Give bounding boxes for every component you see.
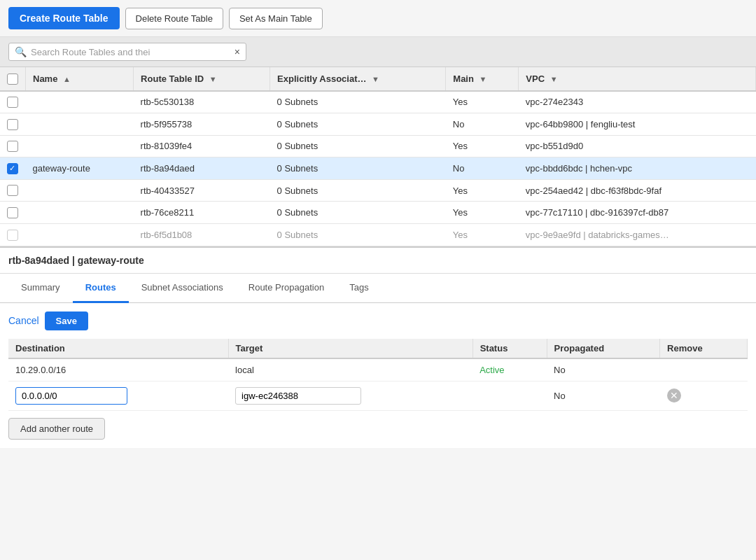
row-checkbox[interactable] xyxy=(7,207,18,218)
create-route-table-button[interactable]: Create Route Table xyxy=(8,7,120,29)
row-explicitly-associated: 0 Subnets xyxy=(270,223,446,246)
table-row[interactable]: rtb-6f5d1b08 0 Subnets Yes vpc-9e9ae9fd … xyxy=(0,223,756,246)
detail-title: rtb-8a94daed | gateway-route xyxy=(8,255,144,266)
table-row[interactable]: gateway-route rtb-8a94daed 0 Subnets No … xyxy=(0,158,756,180)
col-status: Status xyxy=(472,339,547,358)
target-input[interactable] xyxy=(235,387,361,405)
row-vpc: vpc-77c17110 | dbc-916397cf-db87 xyxy=(519,202,756,224)
delete-route-table-button[interactable]: Delete Route Table xyxy=(125,8,223,29)
route-status: Active xyxy=(472,358,547,382)
tabs-bar: Summary Routes Subnet Associations Route… xyxy=(0,274,756,303)
search-icon: 🔍 xyxy=(15,46,27,57)
row-route-table-id: rtb-5f955738 xyxy=(134,113,270,136)
tab-routes[interactable]: Routes xyxy=(73,274,129,303)
route-target: local xyxy=(228,358,472,382)
route-propagated: No xyxy=(547,381,659,410)
row-name xyxy=(26,202,134,224)
row-route-table-id: rtb-76ce8211 xyxy=(134,202,270,224)
remove-route-button[interactable]: ✕ xyxy=(667,388,681,402)
route-destination: 10.29.0.0/16 xyxy=(8,358,228,382)
route-propagated: No xyxy=(547,358,659,382)
col-destination: Destination xyxy=(8,339,228,358)
row-checkbox-cell[interactable] xyxy=(0,135,26,158)
row-vpc: vpc-254aed42 | dbc-f63f8bdc-9faf xyxy=(519,179,756,202)
row-name xyxy=(26,91,134,113)
table-header-row: Name ▲ Route Table ID ▼ Explicitly Assoc… xyxy=(0,67,756,91)
col-explicitly-associated[interactable]: Explicitly Associat… ▼ xyxy=(270,67,446,91)
routes-panel: Cancel Save Destination Target Status Pr… xyxy=(0,303,756,448)
tab-route-propagation[interactable]: Route Propagation xyxy=(236,274,337,303)
cancel-button[interactable]: Cancel xyxy=(8,312,39,330)
row-checkbox-cell[interactable] xyxy=(0,91,26,113)
row-checkbox-cell[interactable] xyxy=(0,223,26,246)
table-row[interactable]: rtb-5f955738 0 Subnets No vpc-64bb9800 |… xyxy=(0,113,756,136)
table-row[interactable]: rtb-81039fe4 0 Subnets Yes vpc-b551d9d0 xyxy=(0,135,756,158)
row-main: No xyxy=(446,113,519,136)
row-checkbox-cell[interactable] xyxy=(0,202,26,224)
search-clear-button[interactable]: × xyxy=(234,46,240,57)
row-checkbox[interactable] xyxy=(7,185,18,196)
route-tables-table: Name ▲ Route Table ID ▼ Explicitly Assoc… xyxy=(0,67,756,246)
select-all-checkbox[interactable] xyxy=(7,74,18,85)
row-checkbox[interactable] xyxy=(7,163,18,174)
tab-tags[interactable]: Tags xyxy=(337,274,381,303)
row-checkbox[interactable] xyxy=(7,230,18,241)
row-main: Yes xyxy=(446,135,519,158)
route-status xyxy=(472,381,547,410)
row-checkbox-cell[interactable] xyxy=(0,113,26,136)
row-explicitly-associated: 0 Subnets xyxy=(270,135,446,158)
row-checkbox-cell[interactable] xyxy=(0,158,26,180)
col-propagated: Propagated xyxy=(547,339,659,358)
route-remove-cell: ✕ xyxy=(660,381,748,410)
row-explicitly-associated: 0 Subnets xyxy=(270,113,446,136)
row-checkbox-cell[interactable] xyxy=(0,179,26,202)
detail-header: rtb-8a94daed | gateway-route xyxy=(0,246,756,274)
destination-input[interactable] xyxy=(15,387,127,405)
row-checkbox[interactable] xyxy=(7,97,18,108)
set-as-main-table-button[interactable]: Set As Main Table xyxy=(229,8,323,29)
col-vpc[interactable]: VPC ▼ xyxy=(519,67,756,91)
route-destination-input-cell xyxy=(8,381,228,410)
row-vpc: vpc-274e2343 xyxy=(519,91,756,113)
routes-action-bar: Cancel Save xyxy=(8,312,748,330)
row-explicitly-associated: 0 Subnets xyxy=(270,179,446,202)
col-route-table-id[interactable]: Route Table ID ▼ xyxy=(134,67,270,91)
row-name xyxy=(26,113,134,136)
row-vpc: vpc-9e9ae9fd | databricks-games… xyxy=(519,223,756,246)
row-route-table-id: rtb-81039fe4 xyxy=(134,135,270,158)
row-explicitly-associated: 0 Subnets xyxy=(270,202,446,224)
row-vpc: vpc-64bb9800 | fengliu-test xyxy=(519,113,756,136)
tab-summary[interactable]: Summary xyxy=(8,274,73,303)
row-main: Yes xyxy=(446,223,519,246)
route-row: 10.29.0.0/16 local Active No xyxy=(8,358,748,382)
tab-subnet-associations[interactable]: Subnet Associations xyxy=(129,274,236,303)
save-button[interactable]: Save xyxy=(45,312,88,330)
row-name xyxy=(26,135,134,158)
table-row[interactable]: rtb-76ce8211 0 Subnets Yes vpc-77c17110 … xyxy=(0,202,756,224)
row-route-table-id: rtb-8a94daed xyxy=(134,158,270,180)
routes-table: Destination Target Status Propagated Rem… xyxy=(8,339,748,411)
select-all-header[interactable] xyxy=(0,67,26,91)
row-explicitly-associated: 0 Subnets xyxy=(270,91,446,113)
search-bar: 🔍 Search Route Tables and thei × xyxy=(0,37,756,67)
row-vpc: vpc-bbdd6bdc | hchen-vpc xyxy=(519,158,756,180)
row-explicitly-associated: 0 Subnets xyxy=(270,158,446,180)
row-main: No xyxy=(446,158,519,180)
row-checkbox[interactable] xyxy=(7,141,18,152)
route-row: No ✕ xyxy=(8,381,748,410)
row-vpc: vpc-b551d9d0 xyxy=(519,135,756,158)
row-name: gateway-route xyxy=(26,158,134,180)
col-main[interactable]: Main ▼ xyxy=(446,67,519,91)
row-route-table-id: rtb-5c530138 xyxy=(134,91,270,113)
row-checkbox[interactable] xyxy=(7,119,18,130)
row-name xyxy=(26,179,134,202)
table-row[interactable]: rtb-5c530138 0 Subnets Yes vpc-274e2343 xyxy=(0,91,756,113)
col-name[interactable]: Name ▲ xyxy=(26,67,134,91)
row-main: Yes xyxy=(446,202,519,224)
add-another-route-button[interactable]: Add another route xyxy=(8,418,105,440)
route-target-input-cell xyxy=(228,381,472,410)
table-row[interactable]: rtb-40433527 0 Subnets Yes vpc-254aed42 … xyxy=(0,179,756,202)
col-remove: Remove xyxy=(660,339,748,358)
row-name xyxy=(26,223,134,246)
row-route-table-id: rtb-40433527 xyxy=(134,179,270,202)
